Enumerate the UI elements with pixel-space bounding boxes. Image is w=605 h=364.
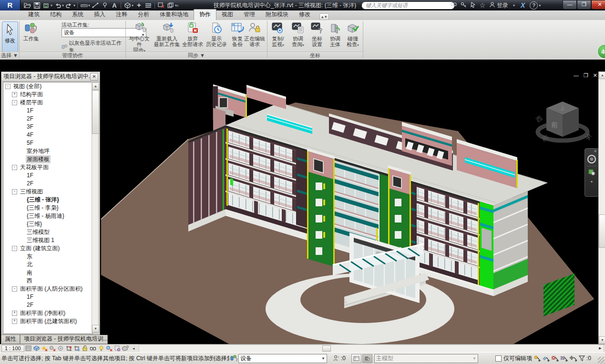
tab-structure[interactable]: 结构 <box>45 10 67 20</box>
project-browser-title[interactable]: 项目浏览器 - 技师学院机电培训中... <box>1 72 100 81</box>
temporary-view-properties-icon[interactable] <box>113 345 122 352</box>
coordination-review-button[interactable]: 协调查阅▾ <box>288 21 308 51</box>
editable-only-checkbox[interactable]: 仅可编辑项 <box>495 354 532 363</box>
tree-row[interactable]: 北 <box>3 261 92 269</box>
aligned-dimension-icon[interactable] <box>91 1 100 10</box>
tree-row[interactable]: 2F <box>3 115 92 123</box>
sun-path-icon[interactable] <box>41 345 49 352</box>
tab-annotate[interactable]: 注释 <box>111 10 133 20</box>
tree-row[interactable]: 三维模型 <box>3 228 92 236</box>
browser-scroll-thumb[interactable] <box>92 90 99 134</box>
tree-row[interactable]: 西 <box>3 277 92 285</box>
project-browser-close-icon[interactable]: ✕ <box>90 73 98 81</box>
user-icon[interactable] <box>487 2 497 9</box>
tree-row[interactable]: 南 <box>3 269 92 277</box>
tree-row[interactable]: +面积平面 (净面积) <box>3 309 92 317</box>
worksharing-display-icon[interactable] <box>105 345 113 352</box>
save-icon[interactable] <box>32 1 41 10</box>
tab-project-browser[interactable]: 项目浏览器 - 技师学院机电培训... <box>20 335 108 344</box>
tab-modify[interactable]: 修改 <box>294 10 316 20</box>
tree-row[interactable]: 室外地坪 <box>3 147 92 155</box>
horizontal-scroll-thumb[interactable] <box>322 345 331 352</box>
thin-lines-icon[interactable] <box>144 1 153 10</box>
status-workset-d ropdown[interactable]: 设备 ▼ <box>238 354 327 363</box>
sync-with-central-button[interactable]: 与中心文件同步▾ <box>127 21 151 51</box>
tag-icon[interactable] <box>101 1 109 10</box>
scroll-up-arrow[interactable]: ▲ <box>599 71 605 79</box>
tree-row[interactable]: 1F <box>3 172 92 180</box>
vertical-scroll-thumb[interactable] <box>599 214 605 248</box>
tree-row[interactable]: 东 <box>3 253 92 261</box>
tree-row[interactable]: 2F <box>3 180 92 188</box>
design-options-dialog-button[interactable] <box>362 354 372 363</box>
maximize-button[interactable]: ❐ <box>577 0 591 10</box>
sync-with-central-icon[interactable] <box>42 1 51 10</box>
editing-requests-icon[interactable] <box>332 354 341 363</box>
search-icon[interactable] <box>449 2 459 9</box>
browser-scroll-up[interactable]: ▲ <box>92 82 99 90</box>
tree-row[interactable]: 5F <box>3 139 92 147</box>
coordination-host-button[interactable]: 协调主体 <box>327 21 344 51</box>
interference-check-button[interactable]: 碰撞检查▾ <box>344 21 362 51</box>
redo-dropdown-caret[interactable]: ▾ <box>73 3 75 8</box>
tree-row[interactable]: -楼层平面 <box>3 99 92 107</box>
undo-icon[interactable] <box>53 1 62 10</box>
reveal-hidden-elements-icon[interactable] <box>97 345 105 352</box>
tab-addins[interactable]: 附加模块 <box>260 10 294 20</box>
login-button[interactable]: 登录 <box>497 1 508 10</box>
section-icon[interactable] <box>134 1 143 10</box>
help-dropdown-caret[interactable]: ▾ <box>539 3 541 8</box>
tab-insert[interactable]: 插入 <box>89 10 111 20</box>
displaced-elements-icon[interactable] <box>122 345 130 352</box>
navigation-bar[interactable]: ✕ ▾ <box>584 148 599 197</box>
tree-row[interactable]: {三维 - 杨雨迪} <box>3 212 92 220</box>
tab-view[interactable]: 视图 <box>216 10 238 20</box>
tree-row[interactable]: 4F <box>3 131 92 139</box>
view-minimize-icon[interactable]: — <box>574 72 579 79</box>
show-history-button[interactable]: 显示历史记录 <box>205 21 228 51</box>
modify-button[interactable]: 修改 <box>2 21 18 52</box>
minimize-button[interactable]: — <box>563 0 577 10</box>
view-cube[interactable]: 南 东 西 前 上 <box>533 93 595 150</box>
relinquish-all-button[interactable]: 放弃全部请求 <box>181 21 204 51</box>
switch-windows-icon[interactable] <box>166 1 175 10</box>
browser-scrollbar[interactable]: ▲ ▼ <box>92 82 99 333</box>
tree-row[interactable]: 1F <box>3 107 92 115</box>
text-icon[interactable]: A <box>110 1 119 10</box>
visual-style-icon[interactable] <box>32 345 41 352</box>
reload-latest-button[interactable]: 重新载入最新工作集 <box>154 21 180 51</box>
editable-only-checkbox-box[interactable] <box>495 355 502 362</box>
measure-icon[interactable] <box>80 1 88 10</box>
worksets-dialog-button[interactable] <box>351 354 361 363</box>
open-icon[interactable] <box>23 1 31 10</box>
panel-manage-label[interactable]: 管理协作 <box>20 51 125 59</box>
sync-dropdown-caret[interactable]: ▾ <box>51 3 52 8</box>
tab-architecture[interactable]: 建筑 <box>23 10 45 20</box>
browser-scroll-down[interactable]: ▼ <box>92 325 99 333</box>
close-hidden-windows-icon[interactable] <box>157 1 165 10</box>
browser-tree[interactable]: -视图 (全部) +结构平面 -楼层平面 1F 2F 3F 4F 5F 室外地坪… <box>3 82 93 334</box>
ribbon-collapse-button[interactable]: ▴ ▾ <box>319 13 329 20</box>
end-wall-east[interactable] <box>493 191 528 296</box>
search-input[interactable]: 键入关键字或短语 <box>361 1 455 10</box>
show-rendering-dialog-icon[interactable] <box>57 345 65 352</box>
tree-row[interactable]: 3F <box>3 123 92 131</box>
resize-grip[interactable] <box>598 357 605 364</box>
tree-row[interactable]: -立面 (建筑立面) <box>3 244 92 253</box>
filter-icon[interactable] <box>577 354 586 363</box>
detail-level-icon[interactable] <box>24 345 32 352</box>
3d-view-dropdown-caret[interactable]: ▾ <box>132 3 133 8</box>
tree-row[interactable]: +面积平面 (总建筑面积) <box>3 317 92 325</box>
viewport-horizontal-scrollbar[interactable]: ▶ <box>139 344 604 353</box>
scroll-right-arrow[interactable]: ▶ <box>597 345 603 351</box>
tree-row[interactable]: 屋面楼板 <box>3 155 92 163</box>
tree-row[interactable]: 1F <box>3 293 92 301</box>
worksets-button[interactable]: 工作集 <box>21 21 41 51</box>
panel-coordinate-label[interactable]: 坐标 <box>267 51 363 59</box>
close-button[interactable]: ✕ <box>591 0 605 10</box>
temporary-hide-isolate-icon[interactable] <box>89 345 97 352</box>
select-links-icon[interactable] <box>541 354 550 363</box>
qat-customize-caret[interactable]: ⸗ <box>177 3 178 8</box>
tree-row[interactable]: {三维 - 张洋} <box>3 196 92 204</box>
cursor-help-icon[interactable] <box>468 2 478 9</box>
